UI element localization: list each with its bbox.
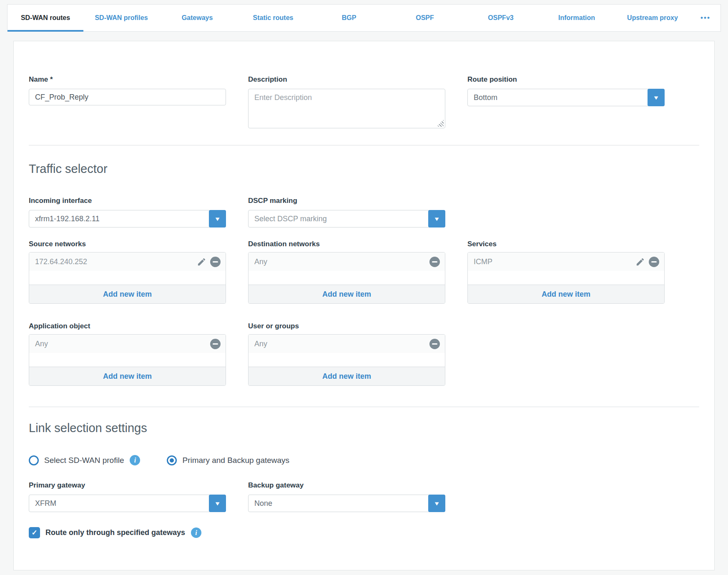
list-empty-space <box>29 271 226 285</box>
add-service-button[interactable]: Add new item <box>468 285 664 303</box>
radio-unchecked-icon[interactable] <box>29 455 39 465</box>
incoming-interface-value: xfrm1-192.168.2.11 <box>35 215 100 223</box>
primary-gateway-select[interactable]: XFRM ▼ <box>29 495 226 512</box>
section-divider <box>29 407 699 407</box>
services-group: Services ICMP Add new item <box>467 240 665 304</box>
list-empty-space <box>468 271 664 285</box>
tab-information[interactable]: Information <box>539 5 615 31</box>
section-divider <box>29 145 699 145</box>
list-empty-space <box>249 271 445 285</box>
networks-services-row: Source networks 172.64.240.252 Add new i… <box>29 240 699 304</box>
sd-wan-route-form-panel: Name * Description Route position Bottom… <box>13 41 715 570</box>
incoming-interface-dropdown-button[interactable]: ▼ <box>209 210 226 228</box>
user-groups-listbox: Any Add new item <box>248 334 445 386</box>
traffic-selector-heading: Traffic selector <box>29 162 699 176</box>
radio-select-sd-wan-profile-label[interactable]: Select SD-WAN profile <box>44 456 124 465</box>
general-fields-row: Name * Description Route position Bottom… <box>29 75 699 128</box>
add-user-group-button[interactable]: Add new item <box>249 367 445 385</box>
description-label: Description <box>248 75 445 84</box>
name-input[interactable] <box>29 89 226 105</box>
dscp-marking-placeholder: Select DSCP marking <box>254 215 327 223</box>
route-position-dropdown-button[interactable]: ▼ <box>648 89 665 106</box>
source-networks-listbox: 172.64.240.252 Add new item <box>29 252 226 304</box>
name-field-group: Name * <box>29 75 226 105</box>
radio-checked-icon[interactable] <box>167 455 177 465</box>
primary-gateway-value: XFRM <box>35 499 56 508</box>
tab-static-routes[interactable]: Static routes <box>235 5 311 31</box>
destination-network-value: Any <box>254 258 429 266</box>
add-application-object-button[interactable]: Add new item <box>29 367 226 385</box>
primary-gateway-dropdown-button[interactable]: ▼ <box>209 495 226 512</box>
source-networks-label: Source networks <box>29 240 226 248</box>
tab-ospf[interactable]: OSPF <box>387 5 463 31</box>
primary-gateway-label: Primary gateway <box>29 481 226 490</box>
backup-gateway-dropdown-button[interactable]: ▼ <box>428 495 445 512</box>
list-empty-space <box>29 353 226 367</box>
description-textarea[interactable] <box>248 89 445 128</box>
primary-gateway-group: Primary gateway XFRM ▼ <box>29 481 226 512</box>
application-object-value: Any <box>35 340 210 348</box>
checkbox-checked-icon[interactable]: ✓ <box>29 527 40 538</box>
service-value: ICMP <box>474 258 635 266</box>
application-object-listbox: Any Add new item <box>29 334 226 386</box>
tab-sd-wan-profiles[interactable]: SD-WAN profiles <box>83 5 159 31</box>
user-groups-label: User or groups <box>248 322 445 330</box>
gateways-row: Primary gateway XFRM ▼ Backup gateway No… <box>29 481 699 512</box>
radio-primary-backup-gateways-label[interactable]: Primary and Backup gateways <box>182 456 289 465</box>
link-selection-heading: Link selection settings <box>29 421 699 435</box>
backup-gateway-label: Backup gateway <box>248 481 445 490</box>
tab-sd-wan-routes[interactable]: SD-WAN routes <box>8 5 83 31</box>
route-position-value: Bottom <box>474 93 497 102</box>
edit-icon[interactable] <box>635 257 645 267</box>
remove-item-icon[interactable] <box>649 257 659 267</box>
tab-upstream-proxy[interactable]: Upstream proxy <box>615 5 690 31</box>
dscp-marking-group: DSCP marking Select DSCP marking ▼ <box>248 197 445 228</box>
more-tabs-icon[interactable]: ••• <box>690 5 720 31</box>
tab-bar: SD-WAN routes SD-WAN profiles Gateways S… <box>7 4 721 32</box>
list-item: 172.64.240.252 <box>29 252 226 271</box>
chevron-down-icon: ▼ <box>653 95 659 100</box>
incoming-interface-group: Incoming interface xfrm1-192.168.2.11 ▼ <box>29 197 226 228</box>
dscp-marking-label: DSCP marking <box>248 197 445 205</box>
user-groups-value: Any <box>254 340 429 348</box>
radio-primary-backup-gateways[interactable]: Primary and Backup gateways <box>167 455 289 465</box>
tab-gateways[interactable]: Gateways <box>159 5 235 31</box>
dscp-marking-dropdown-button[interactable]: ▼ <box>428 210 445 228</box>
backup-gateway-select[interactable]: None ▼ <box>248 495 445 512</box>
list-item: Any <box>249 252 445 271</box>
interface-dscp-row: Incoming interface xfrm1-192.168.2.11 ▼ … <box>29 197 699 228</box>
route-only-checkbox-row: ✓ Route only through specified gateways … <box>29 527 699 538</box>
route-only-checkbox-label[interactable]: Route only through specified gateways <box>45 528 185 537</box>
backup-gateway-value: None <box>254 499 272 508</box>
list-item: Any <box>249 335 445 353</box>
info-icon[interactable]: i <box>130 455 140 465</box>
chevron-down-icon: ▼ <box>433 501 440 506</box>
destination-networks-listbox: Any Add new item <box>248 252 445 304</box>
info-icon[interactable]: i <box>191 528 201 538</box>
application-users-row: Application object Any Add new item User… <box>29 322 699 386</box>
application-object-label: Application object <box>29 322 226 330</box>
chevron-down-icon: ▼ <box>214 216 221 222</box>
remove-item-icon[interactable] <box>210 257 221 267</box>
route-position-select[interactable]: Bottom ▼ <box>467 89 665 106</box>
remove-item-icon[interactable] <box>210 339 221 349</box>
remove-item-icon[interactable] <box>429 257 440 267</box>
radio-select-sd-wan-profile[interactable]: Select SD-WAN profile i <box>29 455 140 465</box>
services-label: Services <box>467 240 665 248</box>
list-item: Any <box>29 335 226 353</box>
dscp-marking-select[interactable]: Select DSCP marking ▼ <box>248 210 445 228</box>
remove-item-icon[interactable] <box>429 339 440 349</box>
link-selection-radio-row: Select SD-WAN profile i Primary and Back… <box>29 455 699 465</box>
route-position-label: Route position <box>467 75 665 84</box>
add-destination-network-button[interactable]: Add new item <box>249 285 445 303</box>
tab-ospfv3[interactable]: OSPFv3 <box>463 5 539 31</box>
chevron-down-icon: ▼ <box>214 501 221 506</box>
tab-bgp[interactable]: BGP <box>311 5 387 31</box>
description-field-group: Description <box>248 75 445 128</box>
list-empty-space <box>249 353 445 367</box>
user-groups-group: User or groups Any Add new item <box>248 322 445 386</box>
edit-icon[interactable] <box>197 257 206 267</box>
source-networks-group: Source networks 172.64.240.252 Add new i… <box>29 240 226 304</box>
incoming-interface-select[interactable]: xfrm1-192.168.2.11 ▼ <box>29 210 226 228</box>
add-source-network-button[interactable]: Add new item <box>29 285 226 303</box>
